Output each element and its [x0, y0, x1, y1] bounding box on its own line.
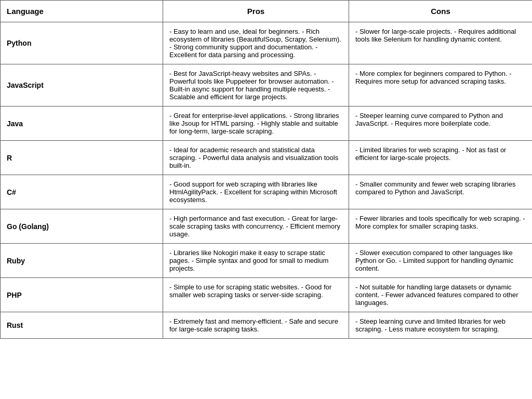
cons-cell: - Steep learning curve and limited libra… — [349, 312, 533, 339]
table-row: C#- Good support for web scraping with l… — [1, 175, 533, 209]
table-row: JavaScript- Best for JavaScript-heavy we… — [1, 64, 533, 107]
table-row: R- Ideal for academic research and stati… — [1, 141, 533, 175]
cons-cell: - Not suitable for handling large datase… — [349, 278, 533, 312]
cons-cell: - Limited libraries for web scraping. - … — [349, 141, 533, 175]
pros-cell: - Extremely fast and memory-efficient. -… — [163, 312, 349, 339]
pros-cell: - Good support for web scraping with lib… — [163, 175, 349, 209]
pros-cell: - Easy to learn and use, ideal for begin… — [163, 22, 349, 64]
table-row: Java- Great for enterprise-level applica… — [1, 107, 533, 141]
header-pros: Pros — [163, 1, 349, 22]
header-language: Language — [1, 1, 163, 22]
pros-cell: - Best for JavaScript-heavy websites and… — [163, 64, 349, 107]
table-row: Python- Easy to learn and use, ideal for… — [1, 22, 533, 64]
language-cell: C# — [1, 175, 163, 209]
pros-cell: - Ideal for academic research and statis… — [163, 141, 349, 175]
header-cons: Cons — [349, 1, 533, 22]
language-cell: Java — [1, 107, 163, 141]
cons-cell: - Steeper learning curve compared to Pyt… — [349, 107, 533, 141]
table-row: Ruby- Libraries like Nokogiri make it ea… — [1, 244, 533, 278]
pros-cell: - Libraries like Nokogiri make it easy t… — [163, 244, 349, 278]
pros-cell: - Simple to use for scraping static webs… — [163, 278, 349, 312]
cons-cell: - Smaller community and fewer web scrapi… — [349, 175, 533, 209]
table-row: Go (Golang)- High performance and fast e… — [1, 209, 533, 244]
comparison-table: Language Pros Cons Python- Easy to learn… — [0, 0, 532, 339]
cons-cell: - Slower execution compared to other lan… — [349, 244, 533, 278]
language-cell: PHP — [1, 278, 163, 312]
cons-cell: - More complex for beginners compared to… — [349, 64, 533, 107]
language-cell: Rust — [1, 312, 163, 339]
table-row: PHP- Simple to use for scraping static w… — [1, 278, 533, 312]
cons-cell: - Fewer libraries and tools specifically… — [349, 209, 533, 244]
language-cell: R — [1, 141, 163, 175]
pros-cell: - High performance and fast execution. -… — [163, 209, 349, 244]
pros-cell: - Great for enterprise-level application… — [163, 107, 349, 141]
table-row: Rust- Extremely fast and memory-efficien… — [1, 312, 533, 339]
language-cell: Go (Golang) — [1, 209, 163, 244]
language-cell: Python — [1, 22, 163, 64]
cons-cell: - Slower for large-scale projects. - Req… — [349, 22, 533, 64]
language-cell: Ruby — [1, 244, 163, 278]
language-cell: JavaScript — [1, 64, 163, 107]
